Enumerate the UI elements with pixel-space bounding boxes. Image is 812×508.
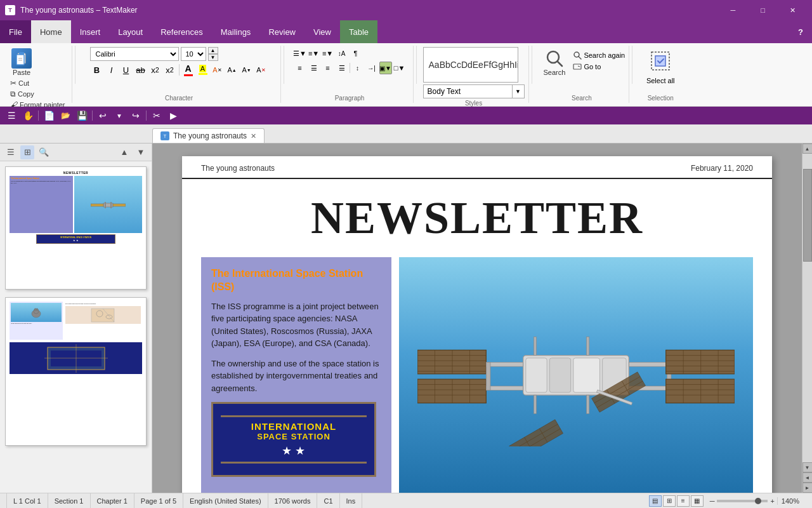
grow-font-button[interactable]: A▲ bbox=[225, 63, 239, 77]
status-c1: C1 bbox=[317, 493, 339, 508]
search-again-button[interactable]: Search again bbox=[573, 51, 625, 60]
sort-button[interactable]: ↕A bbox=[336, 47, 348, 60]
bold-button[interactable]: B bbox=[90, 63, 104, 77]
scroll-down-arrow[interactable]: ▼ bbox=[802, 462, 813, 472]
font-selector[interactable]: Calibri bbox=[90, 47, 179, 61]
styles-preview[interactable]: AaBbCcDdEeFfGgHhIiJj bbox=[423, 47, 518, 83]
maximize-button[interactable]: □ bbox=[749, 0, 777, 20]
scroll-left-arrow[interactable]: ◄ bbox=[802, 472, 813, 483]
sidebar-scroll-down[interactable]: ▼ bbox=[134, 145, 148, 159]
qa-cut-button[interactable]: ✂ bbox=[149, 108, 164, 123]
search-button[interactable]: Search bbox=[539, 47, 571, 77]
zoom-slider[interactable] bbox=[717, 500, 768, 502]
font-size-up[interactable]: ▲ bbox=[208, 47, 218, 54]
menu-home[interactable]: Home bbox=[31, 20, 71, 43]
zoom-slider-thumb[interactable] bbox=[755, 498, 761, 504]
remove-font-button[interactable]: A✕ bbox=[254, 63, 268, 77]
qa-menu-button[interactable]: ☰ bbox=[4, 108, 19, 123]
badge-line-bottom bbox=[221, 462, 367, 464]
menu-help[interactable]: ? bbox=[789, 20, 812, 43]
qa-redo-button[interactable]: ↪ bbox=[128, 108, 143, 123]
outline-list-button[interactable]: ≡▼ bbox=[322, 47, 334, 60]
copy-button[interactable]: ⧉ Copy bbox=[8, 89, 37, 99]
menu-mailings[interactable]: Mailings bbox=[212, 20, 260, 43]
menu-references[interactable]: References bbox=[152, 20, 211, 43]
scroll-right-arrow[interactable]: ► bbox=[802, 483, 813, 493]
italic-button[interactable]: I bbox=[105, 63, 119, 77]
cut-button[interactable]: ✂ Cut bbox=[8, 78, 32, 88]
status-ins: Ins bbox=[340, 493, 363, 508]
clear-format-button[interactable]: A✕ bbox=[211, 63, 225, 77]
styles-dropdown-arrow[interactable]: ▼ bbox=[513, 85, 524, 98]
strikethrough-button[interactable]: ab bbox=[134, 63, 148, 77]
bullet-list-button[interactable]: ☰▼ bbox=[294, 47, 306, 60]
border-button[interactable]: □▼ bbox=[393, 62, 406, 74]
font-size-down[interactable]: ▼ bbox=[208, 54, 218, 61]
styles-combo[interactable]: Body Text ▼ bbox=[423, 84, 525, 98]
qa-hand-button[interactable]: ✋ bbox=[20, 108, 36, 123]
doc-area[interactable]: The young astronauts February 11, 2020 N… bbox=[152, 144, 802, 493]
scroll-thumb[interactable] bbox=[803, 169, 812, 262]
zoom-in-btn[interactable]: + bbox=[770, 497, 774, 505]
menu-table[interactable]: Table bbox=[340, 20, 377, 43]
view-outline-btn[interactable]: ≡ bbox=[677, 495, 690, 507]
menu-review[interactable]: Review bbox=[259, 20, 304, 43]
menu-file[interactable]: File bbox=[0, 20, 31, 43]
scroll-track[interactable] bbox=[802, 154, 812, 462]
subscript-button[interactable]: x2 bbox=[148, 63, 162, 77]
qa-undo-arrow[interactable]: ▼ bbox=[112, 108, 127, 123]
zoom-out-btn[interactable]: ─ bbox=[710, 497, 715, 505]
sidebar-search-btn[interactable]: 🔍 bbox=[37, 145, 51, 159]
font-color-button[interactable]: A bbox=[181, 63, 195, 77]
close-button[interactable]: ✕ bbox=[778, 0, 807, 20]
para-group-label: Paragraph bbox=[335, 93, 365, 103]
svg-rect-57 bbox=[629, 362, 671, 366]
qa-sep-3 bbox=[146, 110, 147, 121]
view-page-btn[interactable]: ▤ bbox=[649, 495, 662, 507]
align-center-button[interactable]: ☰ bbox=[308, 62, 320, 74]
svg-rect-17 bbox=[110, 202, 112, 208]
highlight-button[interactable]: A bbox=[196, 63, 210, 77]
sidebar-grid-btn[interactable]: ⊞ bbox=[20, 145, 34, 159]
right-scrollbar: ▲ ▼ ◄ ► bbox=[802, 144, 812, 493]
align-right-button[interactable]: ≡ bbox=[322, 62, 334, 74]
qa-new-button[interactable]: 📄 bbox=[41, 108, 56, 123]
shrink-font-button[interactable]: A▼ bbox=[240, 63, 254, 77]
qa-cursor-button[interactable]: ▶ bbox=[166, 108, 181, 123]
superscript-button[interactable]: x2 bbox=[163, 63, 177, 77]
align-justify-button[interactable]: ☰ bbox=[336, 62, 348, 74]
indent-right-button[interactable]: →| bbox=[365, 62, 378, 74]
select-all-button[interactable]: Select all bbox=[646, 47, 675, 84]
numbered-list-button[interactable]: ≡▼ bbox=[308, 47, 320, 60]
sidebar-menu-btn[interactable]: ☰ bbox=[4, 145, 18, 159]
sidebar-scroll-up[interactable]: ▲ bbox=[117, 145, 131, 159]
select-all-icon bbox=[646, 47, 674, 77]
view-draft-btn[interactable]: ▦ bbox=[691, 495, 704, 507]
underline-button[interactable]: U bbox=[119, 63, 133, 77]
qa-undo-button[interactable]: ↩ bbox=[95, 108, 110, 123]
line-spacing-button[interactable]: ↕ bbox=[351, 62, 364, 74]
qa-save-button[interactable]: 💾 bbox=[74, 108, 89, 123]
sidebar-scroll[interactable]: NEWSLETTER The International Space Stati… bbox=[0, 161, 152, 493]
svg-line-6 bbox=[558, 62, 562, 66]
doc-tab-astronauts[interactable]: T The young astronauts ✕ bbox=[152, 128, 265, 143]
minimize-button[interactable]: ─ bbox=[719, 0, 747, 20]
show-marks-button[interactable]: ¶ bbox=[350, 47, 362, 60]
shading-button[interactable]: ▣▼ bbox=[379, 62, 392, 74]
page-thumb-2[interactable]: Lorem ipsum dolor sit amet text here... … bbox=[5, 297, 147, 446]
svg-rect-9 bbox=[573, 64, 581, 69]
align-left-button[interactable]: ≡ bbox=[294, 62, 306, 74]
view-web-btn[interactable]: ⊞ bbox=[663, 495, 676, 507]
status-chapter: Chapter 1 bbox=[91, 493, 134, 508]
goto-button[interactable]: Go to bbox=[573, 62, 625, 71]
size-selector[interactable]: 10 bbox=[181, 47, 206, 61]
paste-button[interactable]: Paste bbox=[8, 47, 36, 77]
scroll-up-arrow[interactable]: ▲ bbox=[802, 144, 813, 154]
goto-label: Go to bbox=[584, 63, 601, 70]
qa-open-button[interactable]: 📂 bbox=[58, 108, 73, 123]
menu-view[interactable]: View bbox=[304, 20, 340, 43]
doc-tab-close[interactable]: ✕ bbox=[251, 132, 256, 140]
menu-layout[interactable]: Layout bbox=[109, 20, 152, 43]
page-thumb-1[interactable]: NEWSLETTER The International Space Stati… bbox=[5, 166, 147, 290]
menu-insert[interactable]: Insert bbox=[71, 20, 110, 43]
